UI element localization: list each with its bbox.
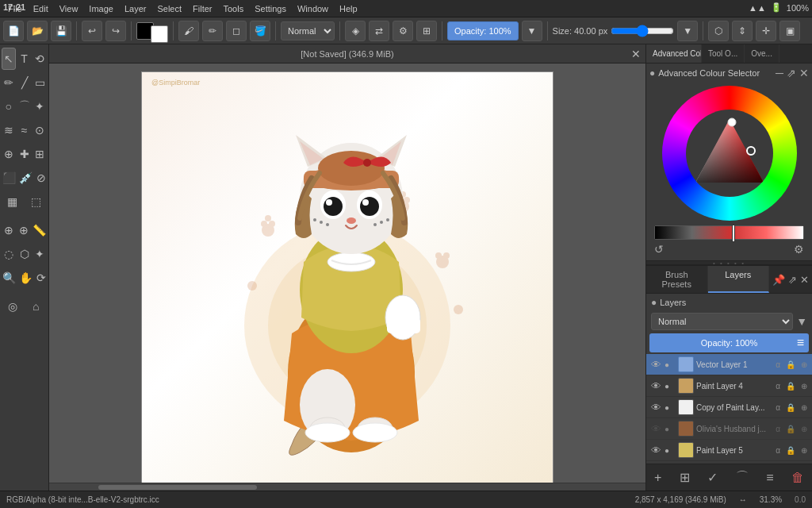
- layers-opacity-bar[interactable]: Opacity: 100% ≡: [649, 333, 809, 352]
- layers-tab[interactable]: Layers: [708, 266, 770, 293]
- layer-lock-p5[interactable]: 🔒: [784, 445, 797, 456]
- layers-float-icon[interactable]: ⇗: [788, 274, 797, 286]
- pressure-btn[interactable]: ◈: [345, 21, 366, 41]
- color-settings-icon[interactable]: ⚙: [794, 243, 804, 256]
- burn-tool[interactable]: ⌂: [25, 295, 48, 318]
- layers-blend-mode-select[interactable]: Normal Multiply Screen Overlay: [651, 313, 793, 330]
- layer-alpha-lock-v1[interactable]: α: [774, 360, 782, 370]
- layer-item-olivias[interactable]: 👁 ● Olivia's Husband j... α 🔒 ⊕: [646, 418, 812, 440]
- redo-button[interactable]: ↪: [105, 21, 126, 41]
- heal-tool[interactable]: ✚: [17, 143, 32, 165]
- blend-mode-select[interactable]: Normal Multiply Screen: [281, 21, 335, 40]
- tab-tool-options[interactable]: Tool O...: [702, 44, 745, 63]
- menu-edit[interactable]: Edit: [29, 2, 53, 15]
- pan-tool[interactable]: ✋: [18, 267, 33, 289]
- select-tool[interactable]: ↖: [2, 48, 16, 70]
- opacity-arrow[interactable]: ▼: [522, 21, 542, 41]
- mirror-btn[interactable]: ⬡: [708, 21, 729, 41]
- layer-item-paint-5[interactable]: 👁 ● Paint Layer 5 α 🔒 ⊕: [646, 440, 812, 461]
- layer-alpha-lock-p4[interactable]: α: [774, 381, 782, 391]
- color-triangle-svg[interactable]: [688, 111, 772, 195]
- menu-help[interactable]: Help: [335, 2, 362, 15]
- colour-float-btn[interactable]: ⇗: [787, 67, 796, 79]
- line-tool[interactable]: ╱: [17, 71, 32, 94]
- fill-tool[interactable]: 🪣: [250, 21, 270, 41]
- layer-alpha-lock-olivias[interactable]: α: [774, 424, 782, 434]
- menu-image[interactable]: Image: [84, 2, 118, 15]
- layer-more-p5[interactable]: ⊕: [799, 445, 809, 456]
- tab-overview[interactable]: Ove...: [745, 44, 779, 63]
- color-reset-icon[interactable]: ↺: [654, 243, 664, 256]
- add-layer-button[interactable]: +: [651, 469, 665, 487]
- layer-item-copy-paint[interactable]: 👁 ● Copy of Paint Lay... α 🔒 ⊕: [646, 397, 812, 418]
- gradient-marker[interactable]: [732, 225, 735, 242]
- patch-tool[interactable]: ⊞: [33, 143, 47, 165]
- gradient-bar[interactable]: [654, 225, 804, 240]
- layer-alpha-lock-p5[interactable]: α: [774, 445, 782, 456]
- magic-wand-tool[interactable]: ✦: [33, 243, 47, 265]
- brush-settings[interactable]: ⚙: [393, 21, 413, 41]
- colour-minimize-btn[interactable]: ─: [776, 67, 783, 79]
- canvas-hscrollbar[interactable]: [49, 483, 645, 491]
- canvas-scroll-area[interactable]: @SimpiBromar: [49, 64, 645, 483]
- color-wheel-container[interactable]: [649, 83, 809, 224]
- open-button[interactable]: 📂: [27, 21, 48, 41]
- layer-visibility-vector-1[interactable]: 👁: [649, 359, 662, 371]
- group-layer-button[interactable]: ⌒: [733, 468, 752, 487]
- clone-tool[interactable]: ⊕: [2, 143, 16, 165]
- eyedropper-tool[interactable]: 💉: [18, 167, 33, 189]
- brush-tool[interactable]: 🖌: [178, 21, 199, 41]
- merge-layer-button[interactable]: ✓: [704, 468, 721, 487]
- measure-tool[interactable]: 📏: [32, 219, 47, 241]
- save-button[interactable]: 💾: [51, 21, 71, 41]
- layer-visibility-copy[interactable]: 👁: [649, 402, 662, 414]
- layer-visibility-olivias[interactable]: 👁: [649, 423, 662, 435]
- zoom-tool[interactable]: 🔍: [2, 267, 17, 289]
- rotate-tool[interactable]: ⟳: [35, 267, 47, 289]
- blur-tool[interactable]: ⊙: [33, 119, 47, 141]
- layer-more-olivias[interactable]: ⊕: [799, 424, 809, 434]
- layer-lock-v1[interactable]: 🔒: [784, 360, 797, 370]
- smear-tool[interactable]: ≈: [17, 119, 32, 141]
- size-more[interactable]: ▼: [677, 21, 698, 41]
- dodge-tool[interactable]: ◎: [2, 295, 24, 318]
- menu-layer[interactable]: Layer: [120, 2, 151, 15]
- menu-window[interactable]: Window: [293, 2, 333, 15]
- new-button[interactable]: 📄: [3, 21, 24, 41]
- brush-presets-tab[interactable]: Brush Presets: [646, 266, 708, 293]
- color-sampler-tool[interactable]: ⊘: [35, 167, 47, 189]
- layer-more-v1[interactable]: ⊕: [799, 360, 809, 370]
- delete-layer-button[interactable]: 🗑: [788, 469, 807, 487]
- tab-advanced-colour[interactable]: Advanced Colour Sel _: [646, 44, 702, 63]
- layer-properties-button[interactable]: ≡: [763, 469, 776, 487]
- layer-more-p4[interactable]: ⊕: [799, 381, 809, 391]
- menu-select[interactable]: Select: [152, 2, 186, 15]
- brush-flip-h[interactable]: ⇄: [369, 21, 389, 41]
- eraser-tool[interactable]: ◻: [226, 21, 247, 41]
- layer-item-vector-1[interactable]: 👁 ● Vector Layer 1 α 🔒 ⊕: [646, 354, 812, 375]
- menu-settings[interactable]: Settings: [250, 2, 291, 15]
- warp-tool[interactable]: ≋: [2, 119, 16, 141]
- lasso-tool[interactable]: ◌: [2, 243, 16, 265]
- color-wheel[interactable]: [662, 86, 797, 221]
- menu-view[interactable]: View: [55, 2, 83, 15]
- resize-tool[interactable]: ⊕: [17, 219, 30, 241]
- pencil-tool[interactable]: ✏: [202, 21, 223, 41]
- layer-lock-olivias[interactable]: 🔒: [784, 424, 797, 434]
- copy-layer-button[interactable]: ⊞: [676, 468, 693, 487]
- brush-more[interactable]: ⊞: [416, 21, 437, 41]
- canvas-hscrollbar-thumb[interactable]: [98, 485, 257, 490]
- crop-tool[interactable]: ⊕: [2, 219, 15, 241]
- pattern-tool[interactable]: ⬚: [25, 190, 48, 213]
- menu-filter[interactable]: Filter: [188, 2, 216, 15]
- canvas-image[interactable]: @SimpiBromar: [141, 71, 553, 483]
- transform-tool[interactable]: ⟲: [33, 48, 47, 70]
- text-tool[interactable]: T: [17, 48, 32, 70]
- canvas-btn[interactable]: ✛: [756, 21, 776, 41]
- layer-visibility-paint-4[interactable]: 👁: [649, 380, 662, 392]
- layers-close-icon[interactable]: ✕: [800, 274, 809, 286]
- poly-lasso-tool[interactable]: ⬡: [17, 243, 32, 265]
- menu-tools[interactable]: Tools: [219, 2, 249, 15]
- undo-button[interactable]: ↩: [82, 21, 102, 41]
- freehand-tool[interactable]: ✏: [2, 71, 16, 94]
